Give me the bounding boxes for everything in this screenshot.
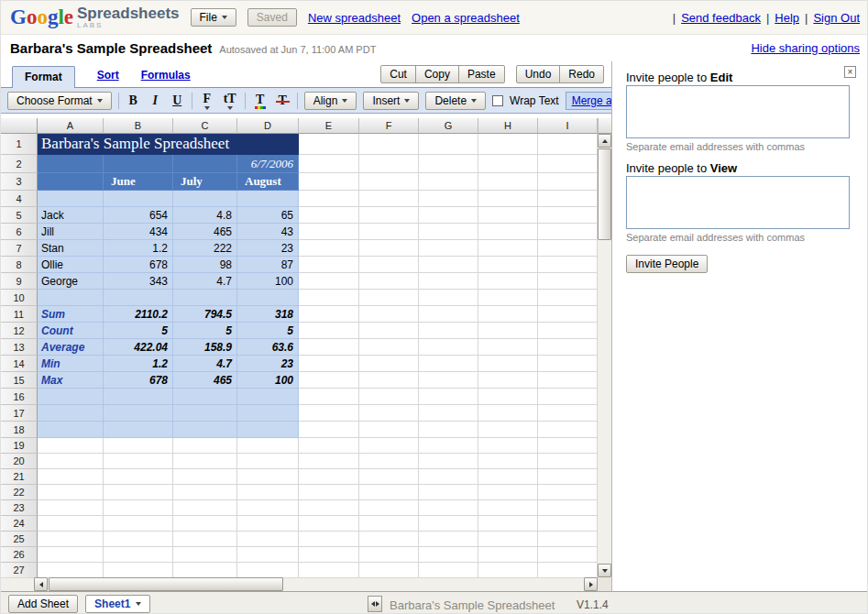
cell[interactable] <box>173 191 237 207</box>
cell[interactable] <box>173 500 237 516</box>
column-header-D[interactable]: D <box>237 118 299 134</box>
cell[interactable] <box>538 485 598 500</box>
cell[interactable] <box>538 191 598 207</box>
column-header-I[interactable]: I <box>538 118 598 134</box>
cell[interactable] <box>478 339 538 356</box>
cell[interactable] <box>478 155 538 173</box>
cell[interactable] <box>359 339 419 356</box>
cell[interactable] <box>538 173 598 191</box>
row-header-11[interactable]: 11 <box>1 306 38 323</box>
sheet-tab-sheet1[interactable]: Sheet1 <box>85 595 150 613</box>
cell[interactable] <box>419 323 478 339</box>
font-icon[interactable]: F <box>199 92 215 110</box>
cell[interactable] <box>419 389 478 405</box>
help-link[interactable]: Help <box>775 11 799 25</box>
cell-date[interactable]: 6/7/2006 <box>237 155 299 173</box>
strikethrough-icon[interactable]: T <box>275 93 291 108</box>
cell[interactable] <box>299 389 359 405</box>
cell-name-jack[interactable]: Jack <box>38 207 104 224</box>
row-header-17[interactable]: 17 <box>1 405 38 422</box>
cell-sheet-title[interactable]: Barbara's Sample Spreadsheet <box>38 134 299 155</box>
text-color-icon[interactable]: T <box>252 93 269 109</box>
cell-name-stan[interactable]: Stan <box>38 240 104 257</box>
cell[interactable] <box>538 323 598 339</box>
cell[interactable] <box>173 547 237 563</box>
merge-across-button[interactable]: Merge acr <box>566 92 611 110</box>
row-header-14[interactable]: 14 <box>1 356 38 372</box>
underline-icon[interactable]: U <box>170 93 185 108</box>
cell[interactable] <box>299 500 359 516</box>
cell[interactable] <box>38 290 104 306</box>
cell[interactable]: 4.7 <box>173 356 237 372</box>
insert-button[interactable]: Insert <box>363 92 419 110</box>
cell[interactable] <box>538 516 598 532</box>
cell[interactable] <box>478 516 538 532</box>
invite-people-button[interactable]: Invite People <box>626 255 708 273</box>
cell[interactable] <box>478 454 538 469</box>
cell[interactable] <box>478 405 538 422</box>
cell[interactable] <box>173 422 237 438</box>
paste-button[interactable]: Paste <box>458 65 505 83</box>
cell[interactable] <box>419 485 478 500</box>
cell[interactable] <box>299 405 359 422</box>
cell[interactable] <box>299 469 359 485</box>
cell-month-july[interactable]: July <box>173 173 237 191</box>
cell[interactable] <box>419 155 478 173</box>
cell[interactable] <box>104 405 173 422</box>
cell[interactable] <box>538 134 598 155</box>
cell[interactable] <box>359 323 419 339</box>
horizontal-scroll-thumb[interactable] <box>49 577 283 591</box>
cell[interactable] <box>359 290 419 306</box>
cell[interactable] <box>104 454 173 469</box>
cell[interactable] <box>538 306 598 323</box>
cell[interactable] <box>478 356 538 372</box>
row-header-9[interactable]: 9 <box>1 273 38 290</box>
cell[interactable] <box>478 257 538 273</box>
cell[interactable] <box>538 372 598 389</box>
cell[interactable] <box>359 155 419 173</box>
cell[interactable] <box>419 224 478 240</box>
cell[interactable] <box>538 422 598 438</box>
sheet-tab-scroller[interactable] <box>368 596 382 612</box>
cell-label-min[interactable]: Min <box>38 356 104 372</box>
cell[interactable] <box>173 405 237 422</box>
row-header-21[interactable]: 21 <box>1 469 38 485</box>
cell[interactable]: 794.5 <box>173 306 237 323</box>
cell[interactable] <box>38 422 104 438</box>
cell-label-sum[interactable]: Sum <box>38 306 104 323</box>
redo-button[interactable]: Redo <box>559 65 604 83</box>
cell[interactable] <box>299 173 359 191</box>
row-header-2[interactable]: 2 <box>1 155 38 173</box>
cell[interactable] <box>299 485 359 500</box>
cell[interactable] <box>299 422 359 438</box>
cell[interactable] <box>538 257 598 273</box>
cell[interactable] <box>237 516 299 532</box>
italic-icon[interactable]: I <box>148 93 163 108</box>
cell[interactable] <box>419 438 478 454</box>
send-feedback-link[interactable]: Send feedback <box>681 11 761 25</box>
cell[interactable] <box>478 389 538 405</box>
cell[interactable] <box>299 155 359 173</box>
cell[interactable] <box>419 134 478 155</box>
cell-month-june[interactable]: June <box>104 173 173 191</box>
cell[interactable]: 1.2 <box>104 240 173 257</box>
cell[interactable] <box>419 532 478 547</box>
cell[interactable] <box>419 306 478 323</box>
cell[interactable] <box>538 454 598 469</box>
column-header-A[interactable]: A <box>38 118 104 134</box>
delete-button[interactable]: Delete <box>425 92 486 110</box>
horizontal-scrollbar[interactable] <box>1 577 611 591</box>
cell[interactable] <box>104 389 173 405</box>
cell[interactable]: 343 <box>104 273 173 290</box>
undo-button[interactable]: Undo <box>516 65 561 83</box>
cell[interactable]: 5 <box>237 323 299 339</box>
cell-name-jill[interactable]: Jill <box>38 224 104 240</box>
cell[interactable] <box>478 191 538 207</box>
cell[interactable] <box>104 155 173 173</box>
cell[interactable] <box>299 339 359 356</box>
cell[interactable] <box>104 547 173 563</box>
cell[interactable] <box>299 532 359 547</box>
cell[interactable] <box>538 438 598 454</box>
bold-icon[interactable]: B <box>126 93 141 108</box>
open-spreadsheet-link[interactable]: Open a spreadsheet <box>412 11 520 25</box>
